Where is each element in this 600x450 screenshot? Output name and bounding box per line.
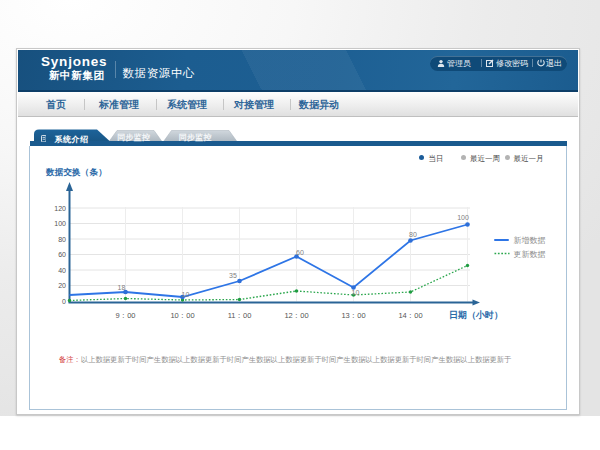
svg-text:60: 60 (58, 251, 66, 258)
svg-text:10: 10 (182, 291, 190, 298)
svg-text:20: 20 (58, 282, 66, 289)
svg-text:11：00: 11：00 (228, 311, 252, 320)
svg-text:14：00: 14：00 (398, 311, 422, 320)
svg-text:100: 100 (457, 214, 469, 221)
svg-text:18: 18 (118, 284, 126, 291)
svg-text:100: 100 (54, 220, 66, 227)
svg-text:80: 80 (58, 236, 66, 243)
svg-text:35: 35 (229, 272, 237, 279)
svg-text:10：00: 10：00 (170, 311, 194, 320)
svg-text:60: 60 (296, 249, 304, 256)
svg-text:13：00: 13：00 (341, 311, 365, 320)
svg-text:10: 10 (352, 289, 360, 296)
svg-text:9：00: 9：00 (115, 311, 135, 320)
svg-text:日期（小时）: 日期（小时） (449, 310, 503, 320)
svg-text:80: 80 (409, 231, 417, 238)
svg-text:40: 40 (58, 267, 66, 274)
svg-text:12：00: 12：00 (284, 311, 308, 320)
svg-text:0: 0 (62, 298, 66, 305)
svg-text:120: 120 (54, 205, 66, 212)
